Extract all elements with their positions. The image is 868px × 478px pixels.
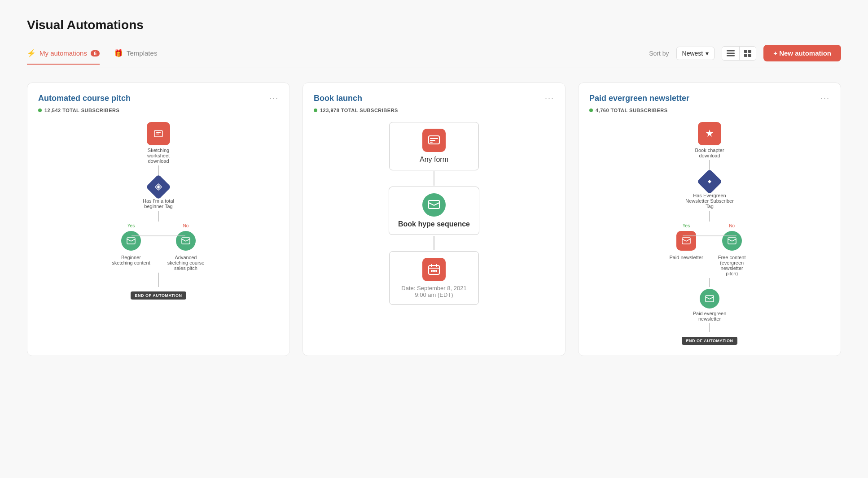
svg-rect-31 bbox=[706, 295, 714, 302]
sort-value: Newest bbox=[682, 50, 703, 57]
templates-icon: 🎁 bbox=[114, 49, 123, 57]
yes-label: Yes bbox=[683, 223, 690, 228]
tab-my-automations-count: 6 bbox=[91, 50, 100, 56]
no-label: No bbox=[729, 223, 735, 228]
grid-view-button[interactable] bbox=[739, 47, 756, 60]
connector bbox=[709, 278, 710, 287]
active-dot bbox=[314, 109, 317, 112]
trigger-label: Sketching worksheet download bbox=[138, 148, 179, 164]
svg-rect-14 bbox=[182, 238, 190, 244]
no-label: No bbox=[183, 223, 189, 228]
new-automation-button[interactable]: + New automation bbox=[763, 45, 841, 61]
svg-rect-30 bbox=[728, 238, 736, 244]
right-branch-icon bbox=[176, 231, 196, 251]
left-branch-icon bbox=[121, 231, 141, 251]
condition-icon-box bbox=[697, 169, 723, 195]
branch-row: Yes Beginner sketching content No bbox=[111, 223, 206, 271]
sequence-node: Paid evergreen newsletter bbox=[689, 289, 730, 322]
left-branch: Yes Beginner sketching content bbox=[111, 223, 151, 265]
card-menu-button[interactable]: ··· bbox=[269, 94, 279, 103]
svg-rect-4 bbox=[748, 50, 751, 53]
connector bbox=[709, 211, 710, 222]
sequence-icon-box bbox=[422, 193, 446, 217]
date-node: Date: September 8, 2021 9:00 am (EDT) bbox=[389, 251, 479, 305]
lightning-icon: ⚡ bbox=[27, 49, 36, 57]
right-branch: No Free content (evergreen newsletter pi… bbox=[714, 223, 750, 276]
svg-rect-6 bbox=[748, 54, 751, 57]
active-dot bbox=[589, 109, 593, 112]
left-branch: Yes Paid newsletter bbox=[669, 223, 703, 260]
branch-line bbox=[683, 235, 736, 237]
trigger-label: Book chapter download bbox=[689, 148, 730, 158]
connector bbox=[434, 171, 434, 186]
card-menu-button[interactable]: ··· bbox=[545, 94, 554, 103]
page-title: Visual Automations bbox=[27, 18, 841, 32]
svg-rect-13 bbox=[127, 238, 135, 244]
svg-marker-11 bbox=[157, 185, 160, 189]
course-flow: Sketching worksheet download Has I'm a t… bbox=[38, 122, 279, 300]
card-title: Automated course pitch bbox=[38, 94, 269, 103]
book-flow: Any form Book hype sequence bbox=[314, 122, 554, 305]
left-branch-label: Paid newsletter bbox=[669, 255, 703, 260]
svg-rect-25 bbox=[433, 270, 435, 272]
end-badge: END OF AUTOMATION bbox=[682, 337, 738, 345]
tab-my-automations[interactable]: ⚡ My automations 6 bbox=[27, 49, 100, 65]
tabs-right: Sort by Newest ▾ bbox=[649, 45, 841, 68]
list-view-button[interactable] bbox=[722, 47, 739, 60]
card-menu-button[interactable]: ··· bbox=[820, 94, 830, 103]
flow-trigger-node: Book chapter download bbox=[689, 122, 730, 158]
flow-condition-node: Has I'm a total beginner Tag bbox=[136, 178, 181, 209]
connector bbox=[709, 323, 710, 332]
card-header: Paid evergreen newsletter ··· bbox=[589, 94, 830, 103]
card-automated-course-pitch: Automated course pitch ··· 12,542 TOTAL … bbox=[27, 83, 290, 356]
svg-rect-9 bbox=[156, 134, 159, 135]
card-subscribers: 123,978 TOTAL SUBSCRIBERS bbox=[314, 108, 554, 113]
branch-line bbox=[132, 235, 185, 237]
view-toggle bbox=[722, 46, 756, 61]
any-form-label: Any form bbox=[420, 156, 448, 164]
condition-label: Has I'm a total beginner Tag bbox=[136, 198, 181, 209]
tab-my-automations-label: My automations bbox=[39, 49, 87, 57]
time-label: 9:00 am (EDT) bbox=[415, 291, 453, 298]
card-header: Automated course pitch ··· bbox=[38, 94, 279, 103]
branch-row: Yes Paid newsletter No bbox=[669, 223, 750, 276]
flow-trigger-node: Sketching worksheet download bbox=[138, 122, 179, 164]
svg-rect-24 bbox=[431, 270, 433, 272]
connector bbox=[434, 236, 434, 250]
connector bbox=[709, 160, 710, 171]
card-book-launch: Book launch ··· 123,978 TOTAL SUBSCRIBER… bbox=[302, 83, 566, 356]
svg-rect-26 bbox=[435, 270, 437, 272]
svg-rect-3 bbox=[744, 50, 747, 53]
right-branch-label: Free content (evergreen newsletter pitch… bbox=[714, 255, 750, 276]
paid-flow: Book chapter download Has Evergreen News… bbox=[589, 122, 830, 345]
cards-grid: Automated course pitch ··· 12,542 TOTAL … bbox=[27, 83, 841, 356]
left-branch-icon bbox=[676, 231, 696, 251]
tabs-left: ⚡ My automations 6 🎁 Templates bbox=[27, 48, 157, 64]
svg-rect-17 bbox=[430, 140, 435, 141]
tab-templates[interactable]: 🎁 Templates bbox=[114, 49, 157, 65]
card-subscribers: 12,542 TOTAL SUBSCRIBERS bbox=[38, 108, 279, 113]
sort-dropdown[interactable]: Newest ▾ bbox=[676, 47, 715, 60]
right-branch-icon bbox=[722, 231, 742, 251]
trigger-icon-box bbox=[698, 122, 721, 145]
svg-rect-8 bbox=[156, 132, 161, 133]
tabs-bar: ⚡ My automations 6 🎁 Templates Sort by N… bbox=[27, 45, 841, 68]
book-hype-label: Book hype sequence bbox=[398, 220, 470, 228]
connector bbox=[158, 273, 159, 287]
svg-marker-27 bbox=[708, 180, 711, 183]
sequence-icon bbox=[700, 289, 719, 309]
chevron-down-icon: ▾ bbox=[706, 50, 709, 57]
flow-condition-node: Has Evergreen Newsletter Subscriber Tag bbox=[685, 173, 734, 209]
svg-rect-18 bbox=[430, 142, 433, 143]
sort-label: Sort by bbox=[649, 50, 669, 57]
condition-label: Has Evergreen Newsletter Subscriber Tag bbox=[685, 193, 734, 209]
svg-rect-19 bbox=[429, 200, 439, 209]
svg-rect-2 bbox=[727, 55, 735, 56]
left-branch-label: Beginner sketching content bbox=[111, 255, 151, 265]
form-icon-box bbox=[422, 129, 446, 152]
card-header: Book launch ··· bbox=[314, 94, 554, 103]
connector bbox=[158, 211, 159, 222]
svg-rect-0 bbox=[727, 50, 735, 52]
connector bbox=[158, 165, 159, 176]
active-dot bbox=[38, 109, 42, 112]
